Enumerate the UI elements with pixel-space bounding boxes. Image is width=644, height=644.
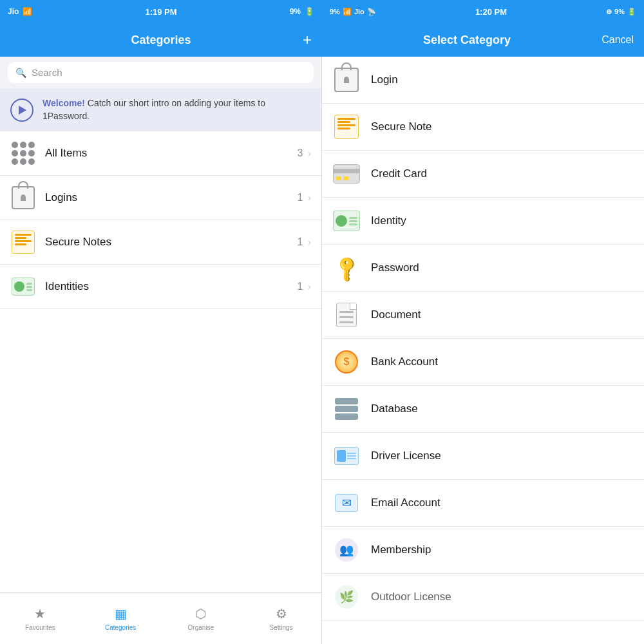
category-count-all-items: 3 [297,147,303,159]
select-credit-card[interactable]: Credit Card [322,151,644,198]
label-membership: Membership [371,544,431,556]
category-label-logins: Logins [45,191,297,204]
carrier-left: Jio [8,7,19,16]
label-document: Document [371,308,421,321]
screen-icon-right: ⊕ [606,8,612,16]
bank-account-icon: $ [332,348,361,376]
database-icon [332,395,361,423]
select-email-account[interactable]: ✉ Email Account [322,480,644,527]
tab-label-organise: Organise [188,624,214,631]
settings-icon: ⚙ [276,606,287,621]
tab-label-favourites: Favourites [25,624,55,631]
time-left: 1:19 PM [36,7,285,17]
tab-bar: ★ Favourites ▦ Categories ⬡ Organise ⚙ S… [0,592,321,644]
select-login[interactable]: Login [322,57,644,104]
cancel-button[interactable]: Cancel [601,34,634,46]
logins-icon [10,185,36,211]
add-item-button[interactable]: + [303,31,312,49]
select-driver-license[interactable]: Driver License [322,433,644,480]
select-membership[interactable]: 👥 Membership [322,527,644,574]
battery-bar-right: 🔋 [627,8,636,16]
tab-settings[interactable]: ⚙ Settings [241,601,321,636]
secure-note-icon [332,113,361,141]
select-document[interactable]: Document [322,292,644,339]
category-item-identities[interactable]: Identities 1 › [0,265,321,309]
wifi-icon-left: 📶 [23,7,32,16]
tab-organise[interactable]: ⬡ Organise [161,601,242,636]
login-icon [332,66,361,94]
select-password[interactable]: 🔑 Password [322,245,644,292]
tab-label-settings: Settings [270,624,293,631]
battery-right: 9% [614,8,625,15]
driver-license-icon [332,442,361,470]
label-credit-card: Credit Card [371,167,427,180]
categories-icon: ▦ [115,606,127,621]
chevron-icon-all-items: › [308,148,311,158]
category-label-all-items: All Items [45,147,297,160]
category-item-all-items[interactable]: All Items 3 › [0,131,321,176]
category-label-identities: Identities [45,280,297,293]
carrier-right: Jio [354,8,365,15]
category-count-identities: 1 [297,281,303,292]
status-bar-right: 9% 📶 Jio 📡 1:20 PM ⊕ 9% 🔋 [322,0,644,23]
play-button[interactable] [10,99,33,122]
favourites-icon: ★ [34,606,46,621]
welcome-bold: Welcome! [43,98,85,108]
document-icon [332,301,361,329]
status-bar-left: Jio 📶 1:19 PM 9% 🔋 [0,0,322,23]
label-database: Database [371,402,418,415]
category-count-secure-notes: 1 [297,236,303,248]
credit-card-icon [332,160,361,188]
organise-icon: ⬡ [195,606,206,621]
label-outdoor-license: Outdoor License [371,591,451,603]
select-database[interactable]: Database [322,386,644,433]
right-nav-title: Select Category [332,33,601,47]
tab-categories[interactable]: ▦ Categories [80,601,161,636]
select-bank-account[interactable]: $ Bank Account [322,339,644,386]
chevron-icon-identities: › [308,281,311,292]
categories-list: All Items 3 › Logins 1 › [0,131,321,592]
label-email-account: Email Account [371,497,440,509]
select-secure-note[interactable]: Secure Note [322,104,644,151]
play-icon [19,106,26,115]
label-bank-account: Bank Account [371,355,438,368]
label-driver-license: Driver License [371,450,441,462]
tab-favourites[interactable]: ★ Favourites [0,601,80,636]
welcome-banner: Welcome! Catch our short intro on adding… [0,88,321,131]
email-account-icon: ✉ [332,489,361,517]
signal-icon-right: 📶 [343,8,352,16]
chevron-icon-logins: › [308,193,311,203]
wifi-icon-right: 📡 [367,8,376,16]
welcome-text: Welcome! Catch our short intro on adding… [43,97,311,122]
label-login: Login [371,73,398,86]
identity-icon [332,207,361,235]
time-right: 1:20 PM [376,7,606,17]
category-item-logins[interactable]: Logins 1 › [0,176,321,220]
battery-icon-left: 🔋 [305,7,314,16]
outdoor-license-icon: 🌿 [332,583,361,611]
battery-left: 9% [290,7,301,16]
tab-label-categories: Categories [105,624,136,631]
category-count-logins: 1 [297,192,303,204]
search-input[interactable]: 🔍 Search [8,62,314,83]
right-panel: Login Secure Note [322,57,644,644]
category-label-secure-notes: Secure Notes [45,236,297,249]
search-icon: 🔍 [15,68,26,78]
select-outdoor-license[interactable]: 🌿 Outdoor License [322,574,644,621]
select-identity[interactable]: Identity [322,198,644,245]
label-identity: Identity [371,214,406,227]
left-panel: 🔍 Search Welcome! Catch our short intro … [0,57,322,644]
label-secure-note: Secure Note [371,120,432,133]
chevron-icon-secure-notes: › [308,237,311,247]
nav-bar-left: Categories + [0,23,322,57]
battery-icon-right: 9% [330,8,340,15]
password-icon: 🔑 [332,254,361,282]
secure-notes-icon [10,229,36,255]
nav-bar-right: Select Category Cancel [322,23,644,57]
label-password: Password [371,261,419,274]
search-placeholder: Search [32,67,62,78]
search-bar: 🔍 Search [0,57,321,88]
membership-icon: 👥 [332,536,361,564]
category-item-secure-notes[interactable]: Secure Notes 1 › [0,220,321,265]
left-nav-title: Categories [131,33,191,47]
